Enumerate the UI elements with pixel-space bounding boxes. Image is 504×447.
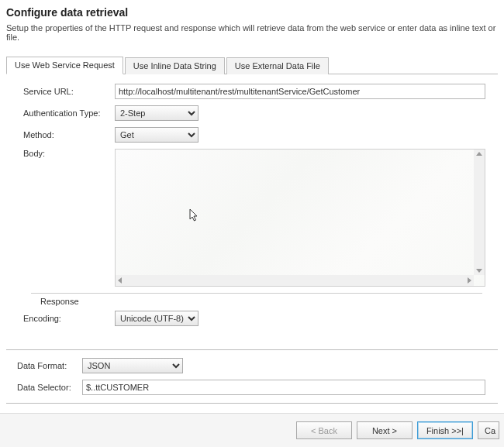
auth-type-select[interactable]: 2-Step xyxy=(115,105,198,121)
page-description: Setup the properties of the HTTP request… xyxy=(0,23,504,56)
wizard-button-bar: < Back Next > Finish >>| Ca xyxy=(0,413,504,447)
body-label: Body: xyxy=(23,149,115,158)
method-label: Method: xyxy=(23,130,115,139)
data-selector-label: Data Selector: xyxy=(17,383,82,392)
auth-type-label: Authentication Type: xyxy=(23,108,115,118)
page-title: Configure data retrieval xyxy=(0,0,504,23)
encoding-select[interactable]: Unicode (UTF-8) xyxy=(115,311,198,326)
tab-inline-data-string[interactable]: Use Inline Data String xyxy=(125,57,225,74)
service-url-label: Service URL: xyxy=(23,87,115,96)
horizontal-scrollbar[interactable] xyxy=(116,275,474,286)
tab-external-data-file[interactable]: Use External Data File xyxy=(226,57,329,74)
data-format-select[interactable]: JSON xyxy=(82,358,183,373)
tab-web-service-request[interactable]: Use Web Service Request xyxy=(6,57,123,74)
response-section-label: Response xyxy=(40,297,490,306)
service-url-input[interactable] xyxy=(115,84,485,99)
vertical-scrollbar[interactable] xyxy=(474,150,485,275)
data-format-label: Data Format: xyxy=(17,361,82,370)
data-selector-input[interactable] xyxy=(82,380,485,395)
body-textarea-container xyxy=(115,149,485,287)
body-textarea[interactable] xyxy=(116,150,474,275)
response-divider xyxy=(31,293,482,294)
encoding-label: Encoding: xyxy=(23,314,115,323)
back-button[interactable]: < Back xyxy=(296,421,352,439)
tab-strip: Use Web Service Request Use Inline Data … xyxy=(6,56,498,74)
cancel-button[interactable]: Ca xyxy=(478,421,499,439)
next-button[interactable]: Next > xyxy=(357,421,413,439)
finish-button[interactable]: Finish >>| xyxy=(417,421,473,439)
output-settings-block: Data Format: JSON Data Selector: xyxy=(6,349,498,404)
tab-panel-web-service: Service URL: Authentication Type: 2-Step… xyxy=(6,74,498,340)
method-select[interactable]: Get xyxy=(115,127,198,143)
